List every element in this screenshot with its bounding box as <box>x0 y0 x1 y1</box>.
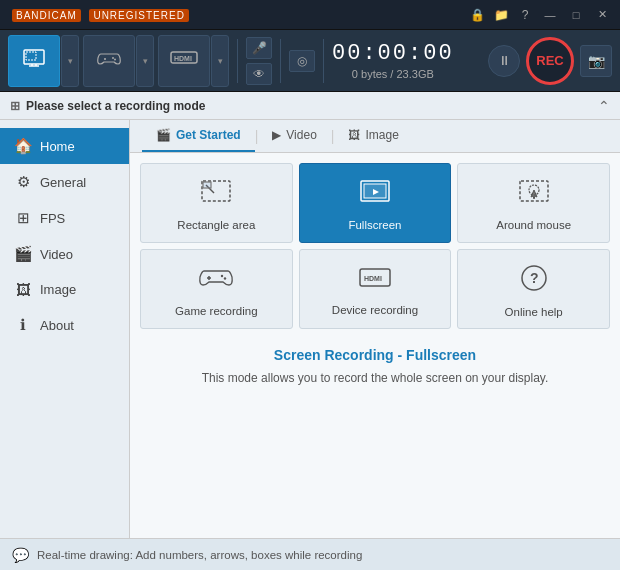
tab-video-label: Video <box>286 128 316 142</box>
drawing-icon: 💬 <box>12 547 29 563</box>
sidebar-video-label: Video <box>40 247 73 262</box>
pause-button[interactable]: ⏸ <box>488 45 520 77</box>
about-icon: ℹ <box>14 316 32 334</box>
device-icon: HDMI <box>357 266 393 296</box>
lock-icon[interactable]: 🔒 <box>468 6 486 24</box>
tab-get-started[interactable]: 🎬 Get Started <box>142 120 255 152</box>
sidebar-fps-label: FPS <box>40 211 65 226</box>
statusbar-text: Real-time drawing: Add numbers, arrows, … <box>37 549 362 561</box>
mode-device-recording[interactable]: HDMI Device recording <box>299 249 452 329</box>
sidebar-image-label: Image <box>40 282 76 297</box>
help-tile-icon: ? <box>520 264 548 298</box>
toolbar-sep-1 <box>237 39 238 83</box>
svg-point-21 <box>224 277 226 279</box>
minimize-button[interactable]: — <box>540 5 560 25</box>
recording-controls: ⏸ REC 📷 <box>488 37 612 85</box>
toolbar-sep-2 <box>280 39 281 83</box>
description-title: Screen Recording - Fullscreen <box>146 347 604 363</box>
microphone-icon[interactable]: 🎤 <box>246 37 272 59</box>
extra-icons: ◎ <box>289 50 315 72</box>
statusbar: 💬 Real-time drawing: Add numbers, arrows… <box>0 538 620 570</box>
timer-size: 0 bytes / 23.3GB <box>352 68 434 80</box>
around-mouse-label: Around mouse <box>496 219 571 231</box>
svg-point-7 <box>112 57 114 59</box>
svg-rect-1 <box>26 52 36 60</box>
mode-game-recording[interactable]: Game recording <box>140 249 293 329</box>
titlebar: BANDICAM UNREGISTERED 🔒 📁 ? — □ ✕ <box>0 0 620 30</box>
sidebar-item-image[interactable]: 🖼 Image <box>0 272 129 307</box>
get-started-icon: 🎬 <box>156 128 171 142</box>
hdmi-icon: HDMI <box>169 49 199 72</box>
toolbar-sep-3 <box>323 39 324 83</box>
folder-icon[interactable]: 📁 <box>492 6 510 24</box>
close-button[interactable]: ✕ <box>592 5 612 25</box>
sidebar-item-video[interactable]: 🎬 Video <box>0 236 129 272</box>
webcam-icon[interactable]: 👁 <box>246 63 272 85</box>
hdmi-tool-dropdown[interactable]: ▾ <box>211 35 229 87</box>
game-icon <box>198 265 234 297</box>
rec-label: REC <box>536 53 563 68</box>
main-content: 🏠 Home ⚙ General ⊞ FPS 🎬 Video 🖼 Image ℹ… <box>0 120 620 538</box>
device-recording-label: Device recording <box>332 304 418 316</box>
titlebar-controls: 🔒 📁 ? — □ ✕ <box>468 5 612 25</box>
svg-text:?: ? <box>530 270 539 286</box>
screen-capture-button[interactable] <box>8 35 60 87</box>
sidebar: 🏠 Home ⚙ General ⊞ FPS 🎬 Video 🖼 Image ℹ… <box>0 120 130 538</box>
record-button[interactable]: REC <box>526 37 574 85</box>
game-recording-label: Game recording <box>175 305 257 317</box>
modebar: ⊞ Please select a recording mode ⌃ <box>0 92 620 120</box>
titlebar-left: BANDICAM UNREGISTERED <box>8 7 189 22</box>
sidebar-about-label: About <box>40 318 74 333</box>
image-icon: 🖼 <box>14 281 32 298</box>
svg-point-20 <box>221 275 223 277</box>
tab-image[interactable]: 🖼 Image <box>334 120 412 152</box>
maximize-button[interactable]: □ <box>566 5 586 25</box>
tab-image-label: Image <box>365 128 398 142</box>
online-help-label: Online help <box>505 306 563 318</box>
screenshot-button[interactable]: 📷 <box>580 45 612 77</box>
tab-video[interactable]: ▶ Video <box>258 120 330 152</box>
collapse-button[interactable]: ⌃ <box>598 98 610 114</box>
fullscreen-label: Fullscreen <box>348 219 401 231</box>
sidebar-item-fps[interactable]: ⊞ FPS <box>0 200 129 236</box>
app-logo: BANDICAM UNREGISTERED <box>8 7 189 22</box>
mode-online-help[interactable]: ? Online help <box>457 249 610 329</box>
svg-text:HDMI: HDMI <box>174 55 192 62</box>
around-mouse-icon <box>518 179 550 211</box>
svg-point-8 <box>114 59 116 61</box>
home-icon: 🏠 <box>14 137 32 155</box>
content-area: 🎬 Get Started | ▶ Video | 🖼 Image <box>130 120 620 538</box>
mode-fullscreen[interactable]: Fullscreen <box>299 163 452 243</box>
mode-rectangle[interactable]: Rectangle area <box>140 163 293 243</box>
settings-cam-icon[interactable]: ◎ <box>289 50 315 72</box>
input-icons: 🎤 👁 <box>246 37 272 85</box>
mode-description: Screen Recording - Fullscreen This mode … <box>130 339 620 395</box>
fps-icon: ⊞ <box>14 209 32 227</box>
sidebar-item-home[interactable]: 🏠 Home <box>0 128 129 164</box>
timer-time: 00:00:00 <box>332 41 454 66</box>
game-tool-dropdown[interactable]: ▾ <box>136 35 154 87</box>
video-icon: 🎬 <box>14 245 32 263</box>
mode-around-mouse[interactable]: Around mouse <box>457 163 610 243</box>
timer-display: 00:00:00 0 bytes / 23.3GB <box>332 41 454 80</box>
tab-get-started-label: Get Started <box>176 128 241 142</box>
fullscreen-icon <box>359 179 391 211</box>
svg-rect-12 <box>203 182 211 188</box>
help-icon[interactable]: ? <box>516 6 534 24</box>
sidebar-item-about[interactable]: ℹ About <box>0 307 129 343</box>
screen-icon <box>23 49 45 72</box>
toolbar: ▾ ▾ HDMI ▾ 🎤 👁 ◎ <box>0 30 620 92</box>
game-capture-button[interactable] <box>83 35 135 87</box>
description-text: This mode allows you to record the whole… <box>146 369 604 387</box>
image-tab-icon: 🖼 <box>348 128 360 142</box>
svg-text:HDMI: HDMI <box>364 275 382 282</box>
hdmi-capture-button[interactable]: HDMI <box>158 35 210 87</box>
sidebar-item-general[interactable]: ⚙ General <box>0 164 129 200</box>
sidebar-home-label: Home <box>40 139 75 154</box>
screen-tool-dropdown[interactable]: ▾ <box>61 35 79 87</box>
unregistered-badge: UNREGISTERED <box>89 9 188 22</box>
grid-icon: ⊞ <box>10 99 20 113</box>
sidebar-general-label: General <box>40 175 86 190</box>
modes-grid: Rectangle area Fullscreen <box>130 153 620 339</box>
modebar-label: ⊞ Please select a recording mode <box>10 99 205 113</box>
